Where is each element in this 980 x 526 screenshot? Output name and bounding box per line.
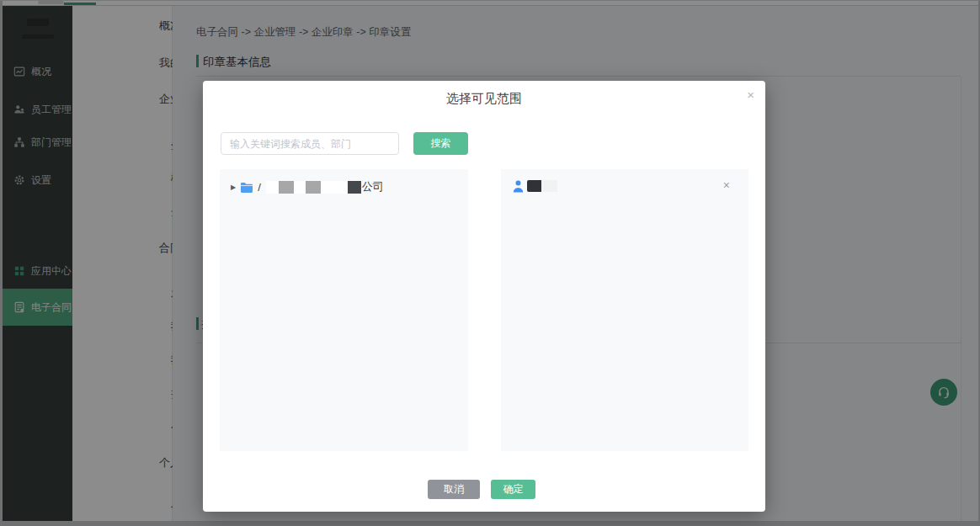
- redacted-company-name: [266, 181, 361, 194]
- person-icon: [513, 180, 524, 193]
- redaction-block: [294, 181, 306, 194]
- org-tree-panel: ▶ / 公司: [220, 169, 468, 451]
- confirm-button[interactable]: 确定: [491, 480, 535, 499]
- tree-node-prefix: /: [258, 181, 261, 194]
- redaction-block: [279, 181, 294, 194]
- redacted-member-name: [527, 180, 557, 192]
- search-button[interactable]: 搜索: [413, 132, 468, 155]
- expand-arrow-icon[interactable]: ▶: [231, 183, 236, 191]
- cancel-button[interactable]: 取消: [428, 480, 480, 499]
- selected-member-row: [513, 178, 748, 194]
- tree-node-suffix: 公司: [362, 179, 384, 194]
- close-icon[interactable]: ×: [747, 88, 754, 101]
- redaction-block: [527, 180, 541, 192]
- select-visibility-scope-dialog: 选择可见范围 × 搜索 ▶ / 公司: [203, 81, 765, 512]
- folder-icon: [240, 182, 253, 193]
- redaction-block: [321, 181, 348, 194]
- tree-node-company-root[interactable]: ▶ / 公司: [231, 179, 384, 194]
- redaction-block: [541, 180, 557, 192]
- app-window: 概况 员工管理 部门管理 设置 应用中心: [0, 0, 980, 526]
- redaction-block: [266, 181, 279, 194]
- dialog-title: 选择可见范围: [203, 91, 765, 107]
- search-input[interactable]: [221, 132, 399, 155]
- remove-member-icon[interactable]: ×: [723, 179, 730, 191]
- selected-members-panel: ×: [501, 169, 748, 451]
- redaction-block: [348, 181, 361, 194]
- redaction-block: [306, 181, 321, 194]
